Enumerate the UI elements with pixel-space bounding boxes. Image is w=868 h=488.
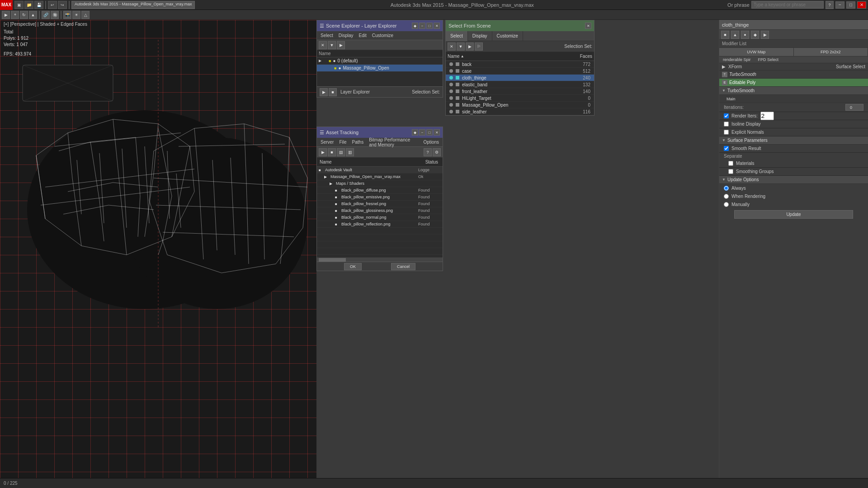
tb-light[interactable]: ☀ — [72, 11, 80, 19]
tb-camera[interactable]: 📸 — [63, 11, 71, 19]
minimize-btn[interactable]: − — [835, 1, 844, 9]
filename-btn[interactable]: Autodesk 3ds Max 2015 - Massage_Pillow_O… — [71, 1, 195, 9]
tb-scale[interactable]: ▲ — [29, 11, 37, 19]
iterations-input[interactable] — [845, 104, 863, 111]
sfs-row-back[interactable]: back 772 — [446, 61, 594, 68]
se-tb-filter[interactable]: ▼ — [328, 41, 336, 49]
new-btn[interactable]: ▣ — [14, 1, 24, 9]
rp-tb-4[interactable]: ◆ — [751, 31, 759, 39]
manually-radio[interactable] — [724, 202, 729, 207]
rp-tb-5[interactable]: ▶ — [761, 31, 769, 39]
render-iters-input[interactable] — [760, 112, 774, 120]
at-row-normal[interactable]: ■ Black_pillow_normal.png Found — [317, 214, 443, 221]
surface-params-section[interactable]: ▼ Surface Parameters — [719, 136, 868, 145]
se-menu-display[interactable]: Display — [339, 33, 354, 38]
at-scrollbar-thumb[interactable] — [319, 258, 346, 262]
tree-row-layer0[interactable]: ▶ ■ ● 0 (default) — [317, 57, 443, 65]
sfs-tab-display[interactable]: Display — [468, 31, 492, 41]
se-menu-customize[interactable]: Customize — [372, 33, 393, 38]
update-button[interactable]: Update — [734, 210, 853, 219]
mod-tab-fpd[interactable]: FPD 2x2x2 — [794, 48, 868, 56]
at-menu-bitmap[interactable]: Bitmap Performance and Memory — [369, 137, 418, 147]
sfs-tb-expand[interactable]: ▶ — [466, 42, 474, 51]
render-iters-checkbox[interactable] — [724, 113, 729, 118]
at-row-reflection[interactable]: ■ Black_pillow_reflection.png Found — [317, 221, 443, 228]
sfs-row-hilight[interactable]: HiLight_Target 0 — [446, 95, 594, 102]
at-pin[interactable]: ◆ — [412, 129, 418, 136]
mod-entry-editable-poly[interactable]: E Editable Poly — [719, 79, 868, 87]
smoothing-groups-checkbox[interactable] — [728, 169, 733, 174]
redo-btn[interactable]: ↪ — [58, 1, 67, 9]
at-menu-server[interactable]: Server — [321, 140, 334, 145]
sfs-row-front-leather[interactable]: front_leather 140 — [446, 88, 594, 95]
when-rendering-radio[interactable] — [724, 194, 729, 199]
at-ok-button[interactable]: OK — [344, 263, 362, 270]
maximize-btn[interactable]: □ — [846, 1, 855, 9]
at-menu-file[interactable]: File — [339, 140, 346, 145]
at-tb-3[interactable]: ▤ — [337, 148, 345, 156]
tb-rotate[interactable]: ↻ — [20, 11, 28, 19]
tb-select[interactable]: ▶ — [2, 11, 10, 19]
sfs-tab-select[interactable]: Select — [446, 31, 468, 41]
sfs-row-elastic[interactable]: elastic_band 132 — [446, 81, 594, 88]
smooth-result-checkbox[interactable] — [724, 146, 729, 151]
tb-link[interactable]: 🔗 — [42, 11, 50, 19]
rp-tb-1[interactable]: ■ — [721, 31, 729, 39]
mod-entry-turbosmooth[interactable]: T TurboSmooth — [719, 70, 868, 79]
tb-unlink[interactable]: 🔘 — [51, 11, 59, 19]
at-row-glossiness[interactable]: ■ Black_pillow_glossiness.png Found — [317, 207, 443, 214]
save-btn[interactable]: 💾 — [34, 1, 43, 9]
at-close[interactable]: ✕ — [434, 129, 440, 136]
tb-move[interactable]: ⌖ — [11, 11, 19, 19]
update-options-section[interactable]: ▼ Update Options — [719, 176, 868, 184]
at-tb-help[interactable]: ? — [424, 148, 432, 156]
sfs-row-case[interactable]: case 512 — [446, 68, 594, 75]
sfs-tb-props[interactable]: ⚐ — [475, 42, 483, 51]
at-cancel-button[interactable]: Cancel — [391, 263, 415, 270]
at-maximize[interactable]: □ — [426, 129, 433, 136]
always-radio[interactable] — [724, 186, 729, 191]
at-row-emissive[interactable]: ■ Black_pillow_emissive.png Found — [317, 194, 443, 201]
tree-row-massage[interactable]: ■ ● Massage_Pillow_Open — [317, 65, 443, 72]
isoline-checkbox[interactable] — [724, 122, 729, 127]
scene-explorer-pin[interactable]: ◆ — [412, 23, 418, 29]
at-menu-paths[interactable]: Paths — [352, 140, 364, 145]
undo-btn[interactable]: ↩ — [48, 1, 57, 9]
se-menu-select[interactable]: Select — [321, 33, 333, 38]
at-row-diffuse[interactable]: ■ Black_pillow_diffuse.png Found — [317, 187, 443, 194]
sfs-row-side-leather[interactable]: side_leather 116 — [446, 108, 594, 115]
explicit-normals-checkbox[interactable] — [724, 130, 729, 135]
sfs-tab-customize[interactable]: Customize — [492, 31, 523, 41]
sfs-tb-filter[interactable]: ▼ — [457, 42, 465, 51]
materials-checkbox[interactable] — [728, 161, 733, 166]
sfs-row-massage-obj[interactable]: Massage_Pillow_Open 0 — [446, 102, 594, 108]
at-minimize[interactable]: − — [419, 129, 425, 136]
at-tb-1[interactable]: ▶ — [319, 148, 327, 156]
ts-main-section[interactable]: Main — [719, 95, 868, 103]
scene-explorer-maximize[interactable]: □ — [426, 23, 433, 29]
at-horizontal-scrollbar[interactable] — [317, 257, 443, 262]
rp-tb-3[interactable]: ● — [741, 31, 749, 39]
rp-tb-2[interactable]: ▲ — [731, 31, 739, 39]
se-footer-icon2[interactable]: ■ — [329, 88, 337, 96]
se-tb-x[interactable]: ✕ — [319, 41, 327, 49]
tb-geometry[interactable]: △ — [81, 11, 90, 19]
mod-tab-uvw[interactable]: UVW Map — [719, 48, 794, 56]
sub-tab-fpd-select[interactable]: FPD Select — [755, 56, 783, 63]
search-input[interactable] — [751, 1, 824, 9]
turbosmooth-section-header[interactable]: ▼ TurboSmooth — [719, 87, 868, 95]
close-btn[interactable]: ✕ — [857, 1, 866, 9]
at-tb-2[interactable]: ■ — [328, 148, 336, 156]
sfs-close[interactable]: ✕ — [585, 23, 591, 29]
sub-tab-renderable[interactable]: renderable Spir — [719, 56, 755, 63]
at-row-maps[interactable]: ▶ Maps / Shaders — [317, 180, 443, 187]
sfs-row-cloth[interactable]: cloth_thinge 240 — [446, 75, 594, 81]
at-row-fresnel[interactable]: ■ Black_pillow_fresnel.png Found — [317, 201, 443, 207]
help-icon-btn[interactable]: ? — [826, 1, 834, 9]
se-menu-edit[interactable]: Edit — [359, 33, 367, 38]
open-btn[interactable]: 📁 — [24, 1, 33, 9]
se-footer-icon1[interactable]: ▶ — [320, 88, 328, 96]
at-row-vault[interactable]: ■ Autodesk Vault Logge — [317, 167, 443, 174]
sfs-tb-x[interactable]: ✕ — [448, 42, 456, 51]
at-tb-4[interactable]: ▥ — [346, 148, 354, 156]
